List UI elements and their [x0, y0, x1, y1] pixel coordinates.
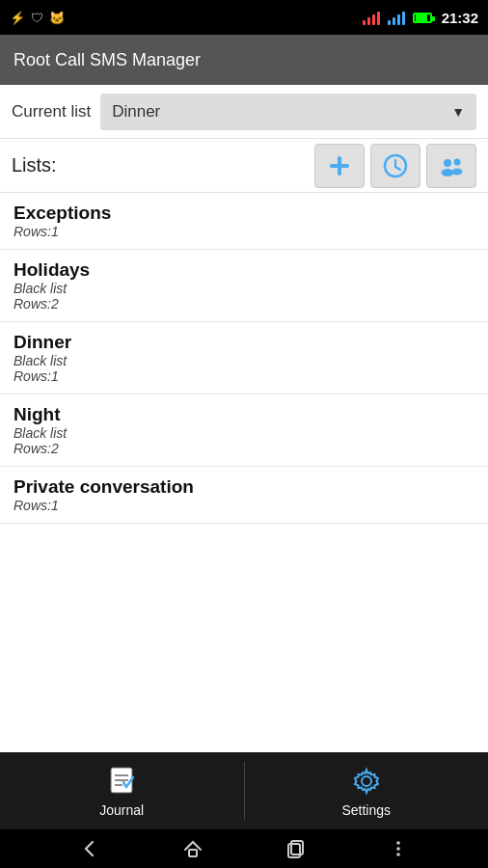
dropdown-arrow-icon: ▼ [451, 104, 465, 120]
list-item-name: Dinner [14, 332, 474, 353]
list-item-name: Night [14, 404, 474, 425]
current-list-label: Current list [12, 102, 91, 122]
svg-point-17 [396, 841, 400, 845]
home-button[interactable] [182, 838, 203, 859]
list-item[interactable]: Dinner Black list Rows:1 [0, 322, 488, 394]
svg-point-8 [452, 168, 463, 175]
signal-bars-blue [388, 10, 405, 25]
lists-header: Lists: [0, 139, 488, 193]
list-item-rows: Rows:2 [14, 296, 474, 312]
contacts-button[interactable] [426, 144, 476, 188]
list-item-name: Private conversation [14, 476, 474, 498]
contacts-icon [438, 152, 465, 179]
svg-point-7 [454, 158, 461, 165]
recent-button[interactable] [285, 838, 306, 859]
add-list-button[interactable] [314, 144, 365, 188]
list-item-rows: Rows:2 [14, 441, 474, 456]
settings-nav-item[interactable]: Settings [245, 752, 489, 829]
lists-label: Lists: [12, 154, 309, 176]
current-list-row: Current list Dinner ▼ [0, 85, 488, 139]
list-item-rows: Rows:1 [14, 368, 474, 384]
bottom-nav: Journal Settings [0, 752, 488, 829]
app-bar-title: Root Call SMS Manager [14, 50, 201, 70]
list-item-name: Holidays [14, 259, 474, 281]
shield-icon: 🛡 [31, 11, 43, 25]
svg-point-6 [442, 169, 454, 176]
svg-rect-14 [189, 850, 197, 856]
android-nav [0, 829, 488, 868]
usb-icon: ⚡ [10, 11, 25, 25]
current-list-dropdown[interactable]: Dinner ▼ [100, 94, 476, 130]
status-bar: ⚡ 🛡 🐱 21:32 [0, 0, 488, 35]
list-item-type: Black list [14, 353, 474, 368]
status-time: 21:32 [442, 10, 478, 26]
svg-point-19 [396, 853, 400, 856]
journal-icon [104, 764, 139, 799]
svg-point-5 [444, 159, 451, 167]
signal-bars-red [363, 10, 380, 25]
settings-icon [349, 764, 384, 799]
journal-nav-item[interactable]: Journal [0, 752, 244, 829]
journal-label: Journal [99, 802, 144, 818]
schedule-button[interactable] [370, 144, 420, 188]
battery-fill [416, 14, 428, 21]
list-item[interactable]: Exceptions Rows:1 [0, 193, 488, 250]
list-item-type: Black list [14, 281, 474, 296]
svg-point-18 [396, 847, 400, 851]
list-item-type: Black list [14, 425, 474, 441]
svg-point-13 [362, 776, 371, 786]
app-bar: Root Call SMS Manager [0, 35, 488, 85]
battery-icon [413, 13, 432, 23]
list-item[interactable]: Night Black list Rows:2 [0, 394, 488, 467]
list-item[interactable]: Holidays Black list Rows:2 [0, 250, 488, 322]
list-item-name: Exceptions [14, 203, 474, 224]
current-list-value: Dinner [112, 102, 160, 122]
settings-label: Settings [341, 802, 391, 818]
status-icons-right: 21:32 [363, 10, 478, 26]
lists-container: Exceptions Rows:1 Holidays Black list Ro… [0, 193, 488, 524]
add-icon [326, 152, 353, 179]
cat-icon: 🐱 [49, 11, 65, 25]
list-item-rows: Rows:1 [14, 498, 474, 513]
more-button[interactable] [388, 838, 409, 859]
schedule-icon [382, 152, 409, 179]
svg-line-4 [395, 167, 400, 170]
list-item[interactable]: Private conversation Rows:1 [0, 467, 488, 524]
svg-rect-1 [330, 164, 349, 168]
back-button[interactable] [79, 838, 100, 859]
status-icons-left: ⚡ 🛡 🐱 [10, 11, 65, 25]
list-item-rows: Rows:1 [14, 224, 474, 239]
